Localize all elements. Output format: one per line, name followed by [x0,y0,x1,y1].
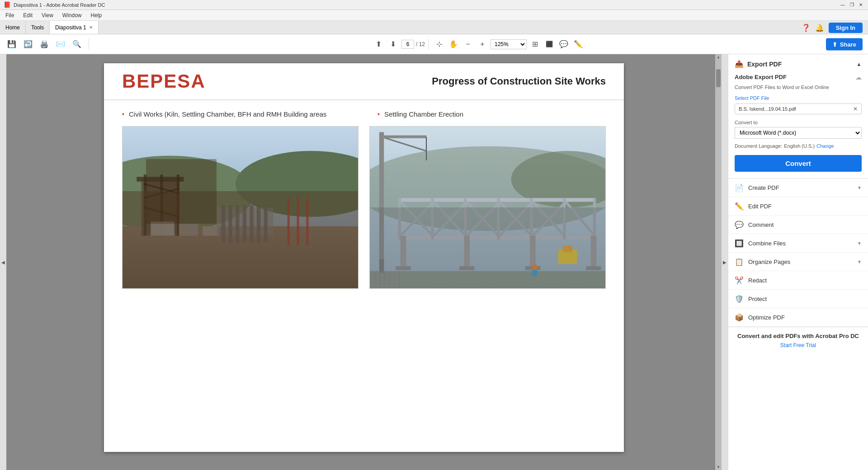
undo-button[interactable]: ↩️ [22,38,34,51]
svg-rect-61 [586,266,601,270]
svg-rect-3 [123,226,358,288]
menu-file[interactable]: File [2,11,18,19]
svg-point-69 [532,264,538,270]
pdf-content: ▪ Civil Works (Kiln, Settling Chamber, B… [104,100,624,298]
cursor-tool[interactable]: ⊹ [433,38,445,51]
svg-rect-13 [179,224,198,235]
file-chip-close-icon[interactable]: ✕ [853,106,858,112]
tab-home[interactable]: Home [0,21,26,34]
tool-item-protect[interactable]: 🛡️ Protect [728,290,868,308]
svg-rect-70 [532,270,537,276]
promo-text: Convert and edit PDFs with Acrobat Pro D… [735,333,862,339]
svg-rect-62 [370,271,605,288]
tab-tools[interactable]: Tools [26,21,50,34]
help-icon[interactable]: ❓ [802,24,811,32]
convert-to-label: Convert to [735,120,862,125]
fit-page-button[interactable]: ⊞ [528,38,541,51]
minimize-button[interactable]: — [839,1,846,9]
page-separator: / 12 [416,41,425,47]
zoom-out-button[interactable]: − [462,38,474,51]
create-pdf-label: Create PDF [748,184,853,191]
svg-rect-0 [123,127,358,288]
prev-page-button[interactable]: ⬆ [373,38,385,51]
svg-rect-36 [398,198,401,240]
zoom-select[interactable]: 125% 100% 75% 150% [491,39,527,49]
optimize-pdf-label: Optimize PDF [748,314,862,321]
tool-item-edit-pdf[interactable]: ✏️ Edit PDF [728,197,868,216]
svg-rect-68 [398,273,400,288]
next-page-button[interactable]: ⬇ [387,38,400,51]
bullet-icon-1: ▪ [122,110,124,118]
tool-item-combine-files[interactable]: 🔲 Combine Files ▼ [728,234,868,253]
page-navigation: ⬆ ⬇ / 12 ⊹ ✋ − + 125% 100% 75% 150% ⊞ ⬛ … [373,38,585,51]
window-title: Diapositiva 1 - Adobe Acrobat Reader DC [14,2,105,8]
convert-to-select[interactable]: Microsoft Word (*.docx) [735,127,862,139]
title-bar-left: 📕 Diapositiva 1 - Adobe Acrobat Reader D… [4,1,105,8]
export-pdf-header[interactable]: 📤 Export PDF ▲ [728,54,868,74]
pdf-scrollbar[interactable]: ▲ ▼ [715,54,722,470]
export-pdf-title: Export PDF [747,61,782,68]
select-pdf-label[interactable]: Select PDF File [735,95,862,101]
convert-button[interactable]: Convert [735,155,862,172]
hand-tool[interactable]: ✋ [447,38,460,51]
print-button[interactable]: 🖨️ [38,38,51,51]
svg-rect-64 [379,273,381,288]
marquee-zoom[interactable]: ⬛ [543,38,556,51]
search-button[interactable]: 🔍 [71,38,83,51]
close-button[interactable]: ✕ [857,1,864,9]
comment-button[interactable]: 💬 [557,38,570,51]
change-language-link[interactable]: Change [816,143,834,149]
svg-rect-14 [203,226,219,236]
save-button[interactable]: 💾 [5,38,18,51]
right-panel-toggle[interactable]: ▶ [722,54,728,470]
tab-document[interactable]: Diapositiva 1 ✕ [50,21,99,34]
left-panel-toggle[interactable]: ◀ [0,54,6,470]
tab-close-icon[interactable]: ✕ [89,25,93,30]
markup-button[interactable]: ✏️ [572,38,585,51]
cloud-settings-icon[interactable]: ☁ [855,74,862,81]
scroll-up-arrow[interactable]: ▲ [717,55,720,59]
organize-pages-label: Organize Pages [748,258,853,265]
svg-line-11 [144,207,179,217]
svg-rect-17 [228,205,232,243]
start-free-trial-link[interactable]: Start Free Trial [780,342,816,348]
company-logo: BEPESA [122,70,206,92]
bullet-row: ▪ Civil Works (Kiln, Settling Chamber, B… [122,109,606,119]
page-number-input[interactable] [401,40,414,49]
restore-button[interactable]: ❐ [848,1,855,9]
menu-view[interactable]: View [38,11,57,19]
bullet-text-1: Civil Works (Kiln, Settling Chamber, BFH… [129,109,326,119]
svg-rect-60 [525,266,540,270]
svg-rect-18 [236,205,239,243]
svg-rect-21 [257,205,260,243]
tool-item-create-pdf[interactable]: 📄 Create PDF ▼ [728,179,868,197]
app-icon: 📕 [4,1,11,8]
scroll-down-arrow[interactable]: ▼ [717,465,720,469]
tool-item-comment[interactable]: 💬 Comment [728,216,868,234]
menu-help[interactable]: Help [87,11,106,19]
create-pdf-icon: 📄 [735,183,744,192]
tool-item-redact[interactable]: ✂️ Redact [728,271,868,290]
redact-icon: ✂️ [735,276,744,285]
sign-in-button[interactable]: Sign In [829,23,863,33]
tool-item-organize-pages[interactable]: 📋 Organize Pages ▼ [728,253,868,271]
redact-label: Redact [748,277,862,284]
share-button[interactable]: ⬆ Share [826,38,863,50]
menu-edit[interactable]: Edit [19,11,36,19]
tool-item-optimize-pdf[interactable]: 📦 Optimize PDF [728,308,868,327]
construction-image-1 [122,126,359,289]
svg-rect-12 [151,221,175,235]
notification-icon[interactable]: 🔔 [815,24,824,32]
svg-rect-66 [389,273,391,288]
export-header-left: 📤 Export PDF [735,60,782,68]
email-button[interactable]: ✉️ [54,38,67,51]
pdf-header-title: Progress of Construction Site Works [432,75,606,87]
scroll-thumb[interactable] [716,69,721,87]
toolbar: 💾 ↩️ 🖨️ ✉️ 🔍 ⬆ ⬇ / 12 ⊹ ✋ − + 125% 100% … [0,34,868,54]
svg-rect-54 [401,236,406,269]
zoom-in-button[interactable]: + [476,38,489,51]
main-layout: ◀ BEPESA Progress of Construction Site W… [0,54,868,470]
svg-rect-57 [591,236,597,269]
menu-window[interactable]: Window [59,11,85,19]
svg-rect-56 [530,236,536,269]
